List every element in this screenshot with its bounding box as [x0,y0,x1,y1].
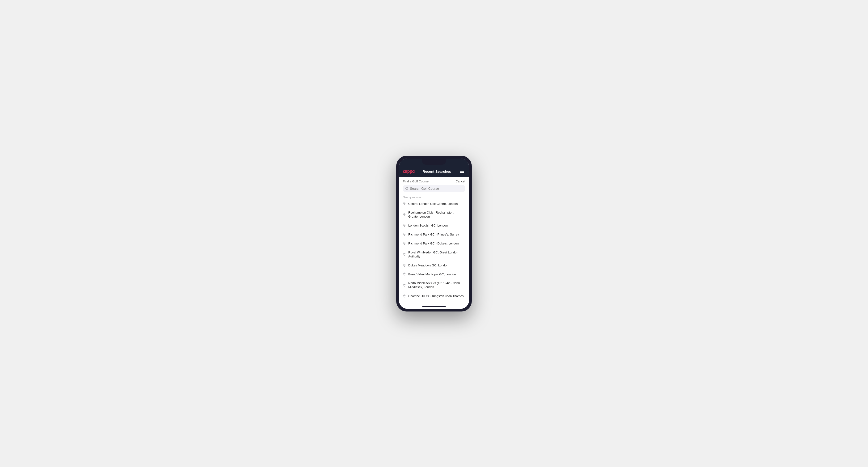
course-list-item[interactable]: London Scottish GC, London [399,221,469,230]
svg-point-2 [404,203,405,204]
location-pin-icon [403,284,406,287]
course-list-item[interactable]: Richmond Park GC - Prince's, Surrey [399,230,469,239]
course-name: North Middlesex GC (1011942 - North Midd… [408,281,465,289]
course-name: Central London Golf Centre, London [408,202,458,206]
course-list: Central London Golf Centre, London Roeha… [399,199,469,301]
course-name: Coombe Hill GC, Kingston upon Thames [408,294,464,298]
course-list-item[interactable]: Dukes Meadows GC, London [399,261,469,270]
menu-icon-line3 [460,172,464,173]
location-pin-icon [403,273,406,276]
location-pin-icon [403,264,406,268]
course-list-item[interactable]: North Middlesex GC (1011942 - North Midd… [399,279,469,292]
cancel-button[interactable]: Cancel [456,180,465,183]
location-pin-icon [403,233,406,237]
course-name: Royal Wimbledon GC, Great London Authori… [408,251,465,259]
course-list-item[interactable]: Royal Wimbledon GC, Great London Authori… [399,248,469,261]
app-logo: clippd [403,169,415,174]
home-indicator [399,304,469,309]
location-pin-icon [403,224,406,227]
nearby-section-label: Nearby courses [399,194,469,199]
location-pin-icon [403,213,406,217]
phone-notch [422,159,446,165]
search-icon [405,187,408,190]
phone-frame: clippd Recent Searches Find a Golf Cours… [396,156,472,311]
course-name: Roehampton Club - Roehampton, Greater Lo… [408,211,465,219]
course-list-item[interactable]: Central London Golf Centre, London [399,199,469,209]
menu-icon-line1 [460,170,464,170]
location-pin-icon [403,242,406,245]
location-pin-icon [403,202,406,206]
course-name: Dukes Meadows GC, London [408,263,448,268]
course-list-item[interactable]: Coombe Hill GC, Kingston upon Thames [399,292,469,301]
svg-point-10 [404,284,405,285]
svg-point-4 [404,225,405,226]
phone-screen: clippd Recent Searches Find a Golf Cours… [399,159,469,309]
course-name: London Scottish GC, London [408,224,448,228]
location-pin-icon [403,253,406,256]
menu-icon-line2 [460,171,464,172]
search-header: Find a Golf Course Cancel [399,177,469,185]
svg-line-1 [408,189,408,190]
course-list-item[interactable]: Brent Valley Municipal GC, London [399,270,469,279]
svg-point-11 [404,295,405,296]
menu-button[interactable] [459,169,465,174]
location-pin-icon [403,294,406,298]
svg-point-8 [404,264,405,265]
search-input[interactable] [410,187,463,190]
home-bar [422,306,446,307]
find-label: Find a Golf Course [403,180,429,183]
svg-point-3 [404,214,405,215]
course-name: Brent Valley Municipal GC, London [408,273,456,277]
svg-point-7 [404,254,405,254]
header-title: Recent Searches [423,169,451,174]
course-list-item[interactable]: Roehampton Club - Roehampton, Greater Lo… [399,208,469,221]
svg-point-9 [404,274,405,274]
course-name: Richmond Park GC - Prince's, Surrey [408,233,459,237]
course-list-section: Nearby courses Central London Golf Centr… [399,194,469,304]
search-input-wrapper [403,185,465,192]
svg-point-5 [404,234,405,234]
svg-point-6 [404,243,405,243]
course-list-item[interactable]: Richmond Park GC - Duke's, London [399,239,469,248]
course-name: Richmond Park GC - Duke's, London [408,242,459,246]
search-section: Find a Golf Course Cancel [399,177,469,194]
